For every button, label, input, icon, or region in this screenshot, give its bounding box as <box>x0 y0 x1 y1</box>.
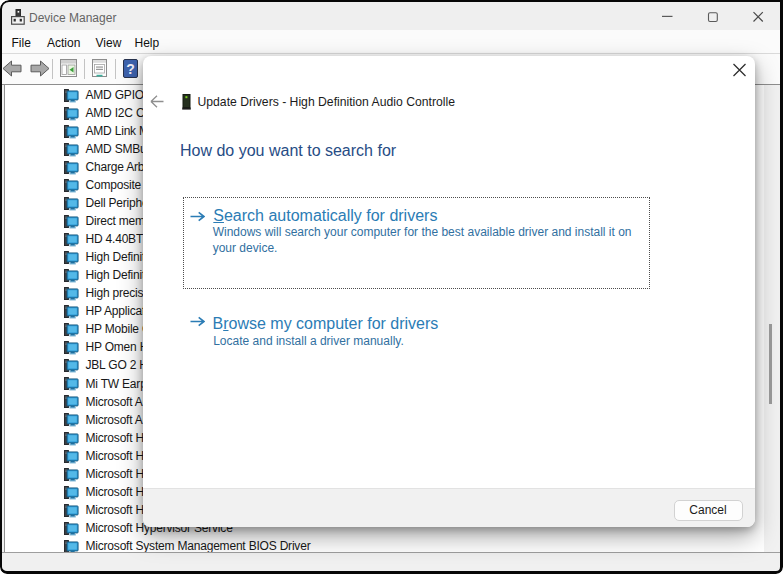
svg-text:?: ? <box>126 61 135 77</box>
